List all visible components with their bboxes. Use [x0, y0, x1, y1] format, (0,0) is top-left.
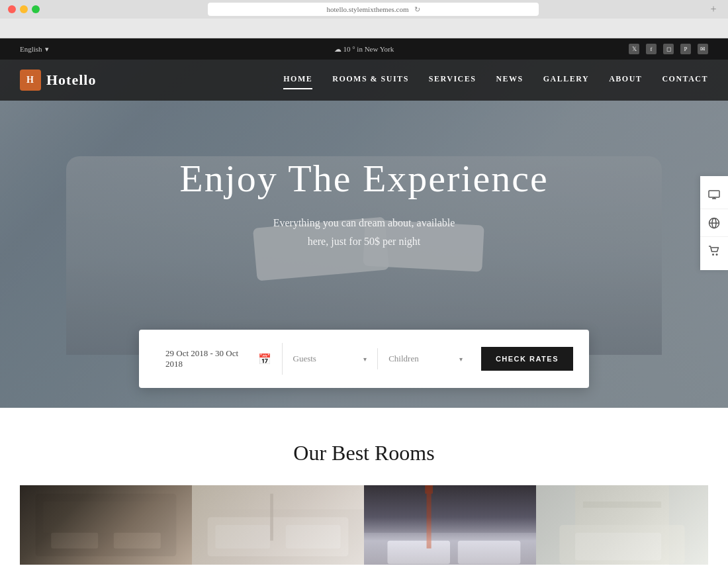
svg-rect-30	[583, 502, 661, 508]
children-select[interactable]: Children ▾	[378, 348, 473, 369]
language-label: English	[20, 45, 42, 53]
svg-rect-20	[364, 533, 536, 565]
instagram-icon[interactable]: ◻	[663, 44, 674, 54]
browser-dots	[8, 5, 40, 13]
nav-about[interactable]: ABOUT	[609, 74, 642, 87]
browser-chrome: hotello.stylemixthemes.com ↻ +	[0, 0, 728, 38]
room-card-1[interactable]	[20, 485, 192, 565]
svg-rect-27	[669, 485, 708, 565]
booking-bar: 29 Oct 2018 - 30 Oct 2018 📅 Guests ▾ Chi…	[139, 330, 589, 388]
twitter-icon[interactable]: 𝕏	[629, 44, 639, 54]
sidebar-tools	[700, 176, 728, 270]
svg-rect-25	[536, 485, 708, 565]
room-image-4	[536, 485, 708, 565]
svg-rect-13	[192, 485, 364, 565]
room-card-3[interactable]	[364, 485, 536, 565]
facebook-icon[interactable]: f	[646, 44, 657, 54]
pinterest-icon[interactable]: P	[680, 44, 691, 54]
svg-rect-16	[215, 525, 270, 548]
guests-label: Guests	[293, 354, 316, 364]
svg-rect-18	[270, 494, 273, 541]
monitor-tool-icon[interactable]	[700, 181, 728, 209]
rooms-section: Our Best Rooms	[0, 408, 728, 568]
room-image-2	[192, 485, 364, 565]
rooms-grid	[20, 485, 708, 565]
room-image-3	[364, 485, 536, 565]
website-content: English ▾ ☁ 10 ° in New York 𝕏 f ◻ P ✉ H	[0, 38, 728, 568]
svg-rect-26	[536, 485, 575, 565]
logo-text: Hotello	[46, 71, 96, 89]
minimize-button[interactable]	[20, 5, 28, 13]
room-image-1	[20, 485, 192, 565]
browser-title-bar: hotello.stylemixthemes.com ↻ +	[0, 0, 728, 19]
svg-rect-9	[36, 494, 177, 557]
guests-select[interactable]: Guests ▾	[283, 348, 379, 369]
booking-bar-wrapper: 29 Oct 2018 - 30 Oct 2018 📅 Guests ▾ Chi…	[139, 330, 589, 388]
nav-menu: HOME ROOMS & SUITS SERVICES NEWS GALLERY…	[283, 74, 708, 87]
svg-point-7	[716, 254, 718, 256]
svg-rect-21	[387, 541, 450, 564]
svg-rect-23	[427, 486, 432, 549]
site-header: English ▾ ☁ 10 ° in New York 𝕏 f ◻ P ✉ H	[0, 38, 728, 101]
logo-icon: H	[20, 70, 41, 91]
social-icons: 𝕏 f ◻ P ✉	[629, 44, 708, 54]
logo-letter: H	[26, 75, 34, 85]
hero-title: Enjoy The Experience	[179, 156, 549, 201]
main-nav: H Hotello HOME ROOMS & SUITS SERVICES NE…	[0, 60, 728, 101]
hero-subtitle-line1: Everything you can dream about, availabl…	[273, 217, 455, 228]
email-icon[interactable]: ✉	[698, 44, 708, 54]
children-label: Children	[388, 354, 419, 364]
logo[interactable]: H Hotello	[20, 70, 96, 91]
hero-subtitle-line2: here, just for 50$ per night	[308, 236, 421, 247]
nav-home[interactable]: HOME	[283, 74, 312, 87]
svg-rect-19	[364, 485, 536, 565]
new-tab-button[interactable]: +	[707, 3, 720, 16]
nav-gallery[interactable]: GALLERY	[543, 74, 589, 87]
svg-rect-15	[208, 517, 349, 556]
svg-rect-10	[43, 502, 168, 533]
guests-chevron: ▾	[363, 355, 367, 363]
maximize-button[interactable]	[32, 5, 40, 13]
check-rates-button[interactable]: CHECK RATES	[481, 347, 573, 371]
refresh-icon[interactable]: ↻	[414, 5, 420, 14]
svg-rect-11	[51, 533, 98, 549]
url-text: hotello.stylemixthemes.com	[326, 5, 408, 13]
children-chevron: ▾	[459, 355, 463, 363]
svg-rect-14	[192, 509, 364, 565]
calendar-icon: 📅	[258, 353, 271, 365]
weather-info: ☁ 10 ° in New York	[334, 45, 394, 53]
room-card-4[interactable]	[536, 485, 708, 565]
close-button[interactable]	[8, 5, 16, 13]
svg-rect-29	[575, 533, 661, 560]
language-selector[interactable]: English ▾	[20, 45, 49, 54]
svg-rect-17	[286, 525, 341, 548]
svg-point-6	[712, 254, 714, 256]
svg-rect-0	[709, 191, 719, 197]
svg-rect-22	[458, 541, 521, 564]
rooms-section-title: Our Best Rooms	[20, 441, 708, 465]
svg-rect-12	[114, 533, 161, 549]
nav-services[interactable]: SERVICES	[429, 74, 477, 87]
url-bar[interactable]: hotello.stylemixthemes.com ↻	[208, 3, 539, 16]
top-bar-left: English ▾	[20, 45, 49, 54]
nav-rooms-suits[interactable]: ROOMS & SUITS	[332, 74, 409, 87]
hero-subtitle: Everything you can dream about, availabl…	[273, 214, 455, 250]
date-field[interactable]: 29 Oct 2018 - 30 Oct 2018 📅	[155, 343, 283, 375]
svg-rect-8	[20, 485, 192, 565]
svg-rect-28	[559, 525, 684, 564]
date-value: 29 Oct 2018 - 30 Oct 2018	[165, 348, 251, 369]
cart-tool-icon[interactable]	[700, 237, 728, 265]
nav-contact[interactable]: CONTACT	[662, 74, 708, 87]
room-card-2[interactable]	[192, 485, 364, 565]
nav-news[interactable]: NEWS	[496, 74, 523, 87]
language-chevron: ▾	[45, 45, 49, 54]
top-bar: English ▾ ☁ 10 ° in New York 𝕏 f ◻ P ✉	[0, 38, 728, 60]
globe-tool-icon[interactable]	[700, 209, 728, 237]
svg-rect-24	[425, 485, 433, 494]
